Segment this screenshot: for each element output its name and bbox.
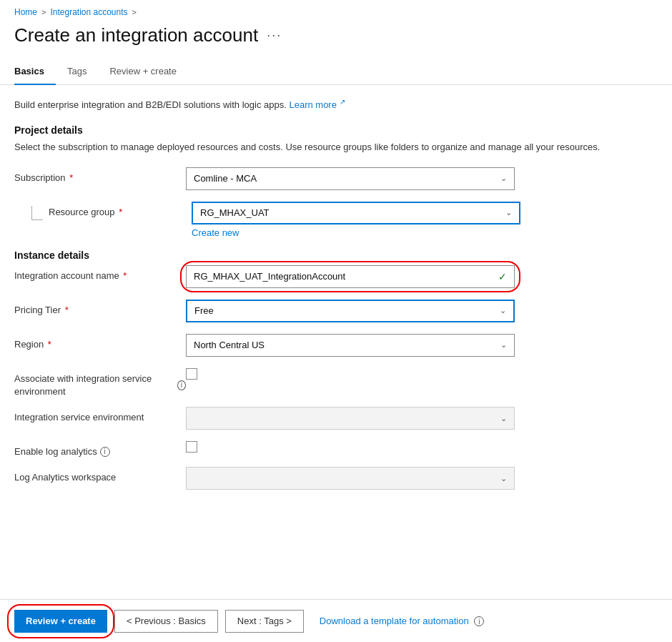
pricing-tier-row: Pricing Tier * Free ⌄ — [14, 300, 658, 322]
account-name-row: Integration account name * RG_MHAX_UAT_I… — [14, 265, 658, 288]
account-name-label: Integration account name * — [14, 265, 186, 282]
resource-group-label: Resource group * — [49, 202, 192, 219]
breadcrumb: Home > Integration accounts > — [0, 0, 672, 21]
connector-line — [31, 206, 43, 220]
next-button[interactable]: Next : Tags > — [225, 610, 304, 633]
subscription-control: Comline - MCA ⌄ — [186, 167, 658, 190]
description: Build enterprise integration and B2B/EDI… — [14, 98, 658, 110]
breadcrumb-home[interactable]: Home — [14, 7, 37, 17]
subscription-dropdown[interactable]: Comline - MCA ⌄ — [186, 167, 515, 190]
review-create-wrap: Review + create — [14, 610, 107, 633]
bottom-bar: Review + create < Previous : Basics Next… — [0, 599, 672, 642]
main-content: Build enterprise integration and B2B/EDI… — [0, 98, 672, 490]
log-workspace-control: ⌄ — [186, 467, 658, 490]
pricing-tier-dropdown-arrow: ⌄ — [500, 306, 506, 315]
resource-group-dropdown[interactable]: RG_MHAX_UAT ⌄ — [192, 202, 520, 224]
instance-details-title: Instance details — [14, 250, 658, 261]
region-control: North Central US ⌄ — [186, 334, 658, 357]
create-new-link[interactable]: Create new — [192, 227, 658, 238]
breadcrumb-integration[interactable]: Integration accounts — [50, 7, 127, 17]
resource-group-outer: Resource group * RG_MHAX_UAT ⌄ Create ne… — [31, 202, 658, 238]
log-analytics-checkbox[interactable] — [186, 441, 197, 453]
breadcrumb-sep2: > — [132, 8, 137, 16]
tab-tags[interactable]: Tags — [67, 60, 98, 85]
resource-group-required: * — [119, 207, 122, 217]
download-info-icon: i — [474, 616, 484, 626]
region-dropdown[interactable]: North Central US ⌄ — [186, 334, 515, 357]
tab-review-create[interactable]: Review + create — [109, 60, 188, 85]
project-details-section: Project details Select the subscription … — [14, 124, 658, 238]
log-analytics-control — [186, 441, 658, 453]
subscription-row: Subscription * Comline - MCA ⌄ — [14, 167, 658, 190]
account-name-check-icon: ✓ — [498, 271, 507, 282]
region-required: * — [48, 339, 51, 350]
external-link-icon: ↗ — [340, 98, 345, 106]
log-analytics-row: Enable log analytics i — [14, 441, 658, 458]
instance-details-section: Instance details Integration account nam… — [14, 250, 658, 490]
tab-bar: Basics Tags Review + create — [0, 59, 672, 85]
account-name-input-wrap: RG_MHAX_UAT_IntegrationAccount ✓ — [186, 265, 515, 288]
account-name-required: * — [123, 270, 127, 281]
ise-control: ⌄ — [186, 407, 658, 430]
log-workspace-dropdown-arrow: ⌄ — [500, 474, 507, 483]
associate-ise-checkbox[interactable] — [186, 368, 197, 380]
pricing-tier-label: Pricing Tier * — [14, 300, 186, 317]
associate-ise-row: Associate with integration service envir… — [14, 368, 658, 398]
project-details-title: Project details — [14, 124, 658, 136]
region-dropdown-arrow: ⌄ — [500, 340, 507, 350]
ise-label: Integration service environment — [14, 407, 186, 424]
account-name-control: RG_MHAX_UAT_IntegrationAccount ✓ — [186, 265, 658, 288]
download-template-button[interactable]: Download a template for automation i — [320, 616, 484, 627]
resource-group-dropdown-arrow: ⌄ — [505, 208, 512, 217]
account-name-input[interactable]: RG_MHAX_UAT_IntegrationAccount ✓ — [186, 265, 515, 288]
previous-button[interactable]: < Previous : Basics — [114, 610, 218, 633]
associate-ise-info-icon[interactable]: i — [177, 380, 186, 390]
page-menu-icon[interactable]: ··· — [267, 28, 282, 43]
subscription-required: * — [69, 172, 73, 183]
project-details-desc: Select the subscription to manage deploy… — [14, 140, 658, 154]
log-workspace-row: Log Analytics workspace ⌄ — [14, 467, 658, 490]
associate-ise-label: Associate with integration service envir… — [14, 368, 186, 398]
subscription-label: Subscription * — [14, 167, 186, 184]
pricing-tier-control: Free ⌄ — [186, 300, 658, 322]
log-analytics-info-icon[interactable]: i — [100, 447, 110, 457]
log-workspace-dropdown[interactable]: ⌄ — [186, 467, 515, 490]
region-label: Region * — [14, 334, 186, 351]
ise-dropdown-arrow: ⌄ — [500, 414, 507, 423]
tab-basics[interactable]: Basics — [14, 60, 56, 85]
associate-ise-control — [186, 368, 658, 380]
breadcrumb-sep1: > — [41, 8, 46, 16]
ise-row: Integration service environment ⌄ — [14, 407, 658, 430]
learn-more-link[interactable]: Learn more ↗ — [289, 99, 345, 110]
page-title-row: Create an integration account ··· — [0, 21, 672, 59]
log-workspace-label: Log Analytics workspace — [14, 467, 186, 484]
pricing-tier-required: * — [65, 305, 69, 315]
review-create-button[interactable]: Review + create — [14, 610, 107, 633]
page-title: Create an integration account — [14, 24, 258, 46]
region-row: Region * North Central US ⌄ — [14, 334, 658, 357]
resource-group-control: RG_MHAX_UAT ⌄ Create new — [192, 202, 658, 238]
ise-dropdown[interactable]: ⌄ — [186, 407, 515, 430]
log-analytics-label: Enable log analytics i — [14, 441, 186, 458]
subscription-dropdown-arrow: ⌄ — [500, 174, 507, 183]
pricing-tier-dropdown[interactable]: Free ⌄ — [186, 300, 515, 322]
